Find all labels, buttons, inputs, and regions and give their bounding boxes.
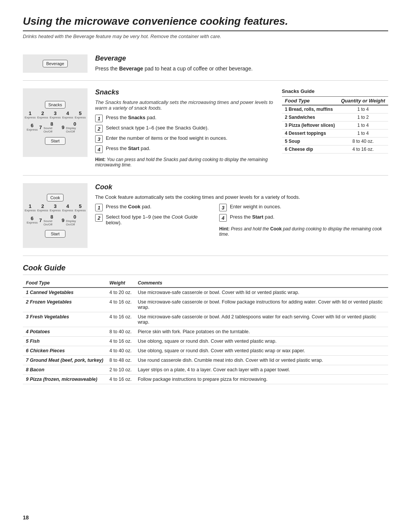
cook-guide-food: 4 Potatoes xyxy=(23,327,107,337)
snacks-steps: 1 Press the Snacks pad. 2 Select snack t… xyxy=(95,115,274,153)
page-subtitle: Drinks heated with the Beverage feature … xyxy=(23,34,388,39)
snacks-guide-row: 3 Pizza (leftover slices)1 to 4 xyxy=(282,121,388,129)
snacks-guide-qty: 8 to 40 oz. xyxy=(338,137,388,145)
page-title: Using the microwave convenience cooking … xyxy=(23,15,388,31)
cook-steps-cols: 1 Press the Cook pad. 2 Select food type… xyxy=(95,204,388,237)
snacks-hint: Hint: You can press and hold the Snacks … xyxy=(95,157,274,168)
cook-guide-row: 7 Ground Meat (beef, pork, turkey)8 to 4… xyxy=(23,356,388,365)
cook-steps-left: 1 Press the Cook pad. 2 Select food type… xyxy=(95,204,212,237)
cook-guide-row: 3 Fresh Vegetables4 to 16 oz.Use microwa… xyxy=(23,312,388,327)
snacks-guide-qty: 4 to 16 oz. xyxy=(338,145,388,153)
cook-guide-row: 5 Fish4 to 16 oz.Use oblong, square or r… xyxy=(23,337,388,346)
snacks-step-1: 1 Press the Snacks pad. xyxy=(95,115,274,122)
snacks-image: Snacks 1Express 2Express 3Express 4Expre… xyxy=(23,88,88,157)
cook-guide-row: 6 Chicken Pieces4 to 40 oz.Use oblong, s… xyxy=(23,346,388,356)
cook-guide-food: 1 Canned Vegetables xyxy=(23,288,107,297)
cook-title: Cook xyxy=(95,183,388,191)
beverage-image: Beverage xyxy=(23,54,88,73)
snacks-section: Snacks 1Express 2Express 3Express 4Expre… xyxy=(23,81,388,176)
cook-guide-comment: Use microwave-safe casserole or bowl. Fo… xyxy=(135,297,388,312)
snacks-guide-qty: 1 to 4 xyxy=(338,129,388,137)
cook-guide-row: 8 Bacon2 to 10 oz.Layer strips on a plat… xyxy=(23,365,388,375)
snacks-title: Snacks xyxy=(95,88,274,96)
cook-guide-food: 7 Ground Meat (beef, pork, turkey) xyxy=(23,356,107,365)
cook-guide-row: 9 Pizza (frozen, microwaveable)4 to 16 o… xyxy=(23,375,388,384)
cook-guide-comment: Use microwave-safe casserole or bowl. Ad… xyxy=(135,312,388,327)
cook-image: Cook 1Express 2Express 3Express 4Express… xyxy=(23,183,88,248)
cook-guide-weight: 8 to 48 oz. xyxy=(107,356,135,365)
cook-guide-comment: Pierce skin with fork. Place potatoes on… xyxy=(135,327,388,337)
cook-guide-weight: 4 to 20 oz. xyxy=(107,288,135,297)
cook-guide-row: 2 Frozen Vegetables4 to 16 oz.Use microw… xyxy=(23,297,388,312)
cook-guide-comment: Layer strips on a plate, 4 to a layer. C… xyxy=(135,365,388,375)
cook-section: Cook 1Express 2Express 3Express 4Express… xyxy=(23,176,388,256)
cook-button: Cook xyxy=(47,194,64,201)
snacks-col-qty: Quantity or Weight xyxy=(338,97,388,105)
cook-step-3-text: Enter weight in ounces. xyxy=(230,204,281,209)
snacks-step-4: 4 Press the Start pad. xyxy=(95,145,274,153)
beverage-content: Beverage Press the Beverage pad to heat … xyxy=(95,54,388,73)
cook-guide-weight: 4 to 40 oz. xyxy=(107,346,135,356)
cook-step-4: 4 Press the Start pad. xyxy=(219,214,388,222)
snacks-guide-row: 1 Bread, rolls, muffins1 to 4 xyxy=(282,105,388,113)
cook-guide-weight: 4 to 16 oz. xyxy=(107,312,135,327)
snacks-keypad-row2: 6Express 7 8Sound On/Off 9 0Display On/O… xyxy=(27,121,84,133)
snacks-content: Snacks The Snacks feature automatically … xyxy=(95,88,274,168)
snacks-guide-row: 2 Sandwiches1 to 2 xyxy=(282,113,388,121)
cook-description: The Cook feature automatically sets the … xyxy=(95,194,388,200)
cook-guide-comment: Use round casserole dish. Crumble meat i… xyxy=(135,356,388,365)
cook-guide-comment: Follow package instructions to prepare p… xyxy=(135,375,388,384)
snacks-description: The Snacks feature automatically sets th… xyxy=(95,99,274,111)
page-number: 18 xyxy=(23,514,29,521)
cook-step-1: 1 Press the Cook pad. xyxy=(95,204,212,211)
cook-guide-weight: 4 to 16 oz. xyxy=(107,297,135,312)
snacks-guide-qty: 1 to 2 xyxy=(338,113,388,121)
snacks-guide-food: 1 Bread, rolls, muffins xyxy=(282,105,338,113)
snacks-guide-food: 5 Soup xyxy=(282,137,338,145)
cook-guide-food: 8 Bacon xyxy=(23,365,107,375)
snacks-start-button: Start xyxy=(45,137,65,145)
snacks-guide-row: 4 Dessert toppings1 to 4 xyxy=(282,129,388,137)
cook-guide-comment: Use oblong, square or round dish. Cover … xyxy=(135,346,388,356)
cook-step-2: 2 Select food type 1–9 (see the Cook Gui… xyxy=(95,214,212,225)
cook-step-3: 3 Enter weight in ounces. xyxy=(219,204,388,211)
cook-guide-table: Food Type Weight Comments 1 Canned Veget… xyxy=(23,279,388,384)
snacks-guide-food: 6 Cheese dip xyxy=(282,145,338,153)
cook-guide-title: Cook Guide xyxy=(23,264,388,275)
snacks-keypad-row1: 1Express 2Express 3Express 4Express 5Exp… xyxy=(25,111,86,119)
cook-keypad-row1: 1Express 2Express 3Express 4Express 5Exp… xyxy=(25,204,86,212)
cook-guide-col-weight: Weight xyxy=(107,279,135,288)
snacks-guide-row: 5 Soup8 to 40 oz. xyxy=(282,137,388,145)
cook-hint: Hint: Press and hold the Cook pad during… xyxy=(219,226,388,237)
cook-guide-food: 9 Pizza (frozen, microwaveable) xyxy=(23,375,107,384)
cook-guide-section: Cook Guide Food Type Weight Comments 1 C… xyxy=(23,256,388,392)
beverage-section: Beverage Beverage Press the Beverage pad… xyxy=(23,47,388,81)
snacks-guide-table: Food Type Quantity or Weight 1 Bread, ro… xyxy=(282,96,388,153)
cook-guide-weight: 2 to 10 oz. xyxy=(107,365,135,375)
cook-guide-weight: 4 to 16 oz. xyxy=(107,337,135,346)
snacks-guide-row: 6 Cheese dip4 to 16 oz. xyxy=(282,145,388,153)
beverage-title: Beverage xyxy=(95,54,388,62)
cook-start-button: Start xyxy=(45,230,65,238)
cook-guide-food: 5 Fish xyxy=(23,337,107,346)
beverage-button: Beverage xyxy=(43,60,67,67)
snacks-guide: Snacks Guide Food Type Quantity or Weigh… xyxy=(282,88,388,153)
cook-guide-row: 4 Potatoes8 to 40 oz.Pierce skin with fo… xyxy=(23,327,388,337)
snacks-guide-title: Snacks Guide xyxy=(282,88,388,94)
snacks-guide-food: 4 Dessert toppings xyxy=(282,129,338,137)
snacks-step-3: 3 Enter the number of items or the food … xyxy=(95,135,274,143)
cook-guide-food: 3 Fresh Vegetables xyxy=(23,312,107,327)
cook-guide-food: 6 Chicken Pieces xyxy=(23,346,107,356)
cook-guide-weight: 4 to 16 oz. xyxy=(107,375,135,384)
snacks-guide-qty: 1 to 4 xyxy=(338,121,388,129)
cook-content: Cook The Cook feature automatically sets… xyxy=(95,183,388,237)
cook-guide-food: 2 Frozen Vegetables xyxy=(23,297,107,312)
snacks-guide-food: 2 Sandwiches xyxy=(282,113,338,121)
snacks-guide-qty: 1 to 4 xyxy=(338,105,388,113)
snacks-step-2: 2 Select snack type 1–6 (see the Snacks … xyxy=(95,125,274,133)
snacks-col-food: Food Type xyxy=(282,97,338,105)
snacks-guide-food: 3 Pizza (leftover slices) xyxy=(282,121,338,129)
cook-guide-weight: 8 to 40 oz. xyxy=(107,327,135,337)
cook-guide-col-food: Food Type xyxy=(23,279,107,288)
cook-guide-row: 1 Canned Vegetables4 to 20 oz.Use microw… xyxy=(23,288,388,297)
